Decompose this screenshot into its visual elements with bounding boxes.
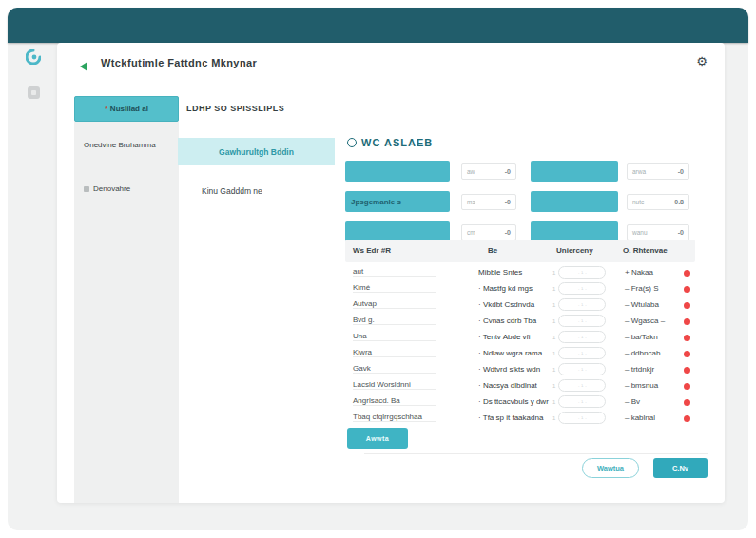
stepper-field[interactable]: ms -0 <box>461 194 516 210</box>
table-row: Una· Tentv Abde vfi1– ba/Takn <box>345 329 695 345</box>
qty-cell: 1 <box>552 379 606 392</box>
cancel-button[interactable]: Wawtua <box>582 458 639 478</box>
sidebar-item[interactable]: Onedvine Bruhamma <box>84 141 156 149</box>
qty-cell: 1 <box>552 315 606 327</box>
save-button[interactable]: C.Nv <box>653 458 708 478</box>
row-name: aut <box>353 267 436 277</box>
back-arrow-icon[interactable] <box>80 62 87 71</box>
row-unit: – Wgasca – <box>625 317 665 325</box>
qty-input[interactable] <box>558 412 606 424</box>
table-row: Kiwra· Ndlaw wgra rama1– ddbncab <box>345 345 695 361</box>
stepper-field[interactable]: wanu -0 <box>627 224 689 240</box>
qty-prefix: 1 <box>552 286 555 292</box>
qty-input[interactable] <box>558 379 606 392</box>
delete-icon[interactable] <box>684 367 690 374</box>
apps-grid-icon[interactable] <box>28 86 40 99</box>
qty-input[interactable] <box>558 363 606 375</box>
row-name: Autvap <box>353 299 436 309</box>
stepper-label: arwa <box>632 168 646 175</box>
bullet-square-icon <box>84 186 89 192</box>
table-row: Kimé· Mastfg kd mgs1– Fra(s) S <box>345 280 695 297</box>
section-title: WC ASLAEB <box>347 137 433 148</box>
page-title: Wtckfutimle Fattdnc Mknynar <box>101 57 257 68</box>
row-name: Angrlsacd. Ba <box>353 396 436 406</box>
stepper-value: -0 <box>678 229 684 236</box>
table-row: Lacsld Worsldnni· Nacsya dlbdlnat1– bmsn… <box>345 377 695 394</box>
table-row: Gavk· Wdtvrd s'kts wdn1– trtdnkjr <box>345 361 695 377</box>
column-header: Unierceny <box>556 246 593 255</box>
qty-prefix: 1 <box>552 270 555 276</box>
teal-field-text: Jpsgemanle s <box>351 198 401 206</box>
app-logo-icon[interactable] <box>26 49 41 65</box>
sidebar-item-label: Onedvine Bruhamma <box>84 141 156 149</box>
delete-icon[interactable] <box>684 318 690 325</box>
delete-icon[interactable] <box>684 383 690 390</box>
table-body: autMibble Snfes1+ NakaaKimé· Mastfg kd m… <box>345 264 695 426</box>
stepper-field[interactable]: nutc 0.8 <box>627 194 689 210</box>
sidebar-item-active[interactable]: * Nuslilad al <box>74 96 179 122</box>
qty-prefix: 1 <box>552 367 555 373</box>
row-description: · Wdtvrd s'kts wdn <box>478 365 540 374</box>
column-header: Ws Edr #R <box>353 246 391 255</box>
delete-icon[interactable] <box>684 351 690 357</box>
stepper-value: 0.8 <box>674 199 684 205</box>
column-header: O. Rhtenvae <box>623 246 668 255</box>
add-button[interactable]: Awwta <box>347 428 408 449</box>
row-name: Una <box>353 332 436 341</box>
row-name: Gavk <box>353 364 436 374</box>
row-description: Mibble Snfes <box>478 268 522 277</box>
subnav-item[interactable]: Kinu Gadddm ne <box>202 186 262 196</box>
main-card: Wtckfutimle Fattdnc Mknynar ⚙ * Nuslilad… <box>57 43 725 503</box>
delete-icon[interactable] <box>684 286 690 293</box>
sidebar: * Nuslilad al Onedvine Bruhamma Denovahr… <box>74 96 179 503</box>
teal-field[interactable]: Jpsgemanle s <box>345 191 450 212</box>
row-description: · Tentv Abde vfi <box>478 333 531 341</box>
qty-cell: 1 <box>552 395 606 408</box>
teal-field[interactable] <box>345 161 450 182</box>
section-title-label: WC ASLAEB <box>361 137 433 148</box>
row-unit: – Fra(s) S <box>625 284 659 293</box>
table-row: Bvd g.· Cvnas cdrb Tba1– Wgasca – <box>345 313 695 329</box>
qty-input[interactable] <box>558 266 606 279</box>
qty-input[interactable] <box>558 298 606 311</box>
delete-icon[interactable] <box>684 335 690 341</box>
qty-input[interactable] <box>558 347 606 359</box>
table-row: autMibble Snfes1+ Nakaa <box>345 264 695 280</box>
row-description: · Mastfg kd mgs <box>478 284 533 293</box>
sidebar-item[interactable]: Denovahre <box>84 184 130 193</box>
qty-input[interactable] <box>558 315 606 327</box>
qty-input[interactable] <box>558 395 606 408</box>
stepper-label: wanu <box>632 229 648 236</box>
apps-grid-inner <box>31 90 36 95</box>
teal-field[interactable] <box>531 191 618 212</box>
section-circle-icon <box>347 138 357 147</box>
stepper-field[interactable]: arwa -0 <box>627 163 689 180</box>
required-asterisk: * <box>105 106 107 112</box>
row-name: Kimé <box>353 283 436 293</box>
row-name: Lacsld Worsldnni <box>353 380 436 390</box>
table-header: Ws Edr #R Be Unierceny O. Rhtenvae <box>345 240 695 262</box>
delete-icon[interactable] <box>684 415 690 422</box>
qty-input[interactable] <box>558 331 606 343</box>
delete-icon[interactable] <box>684 302 690 309</box>
qty-prefix: 1 <box>552 351 555 356</box>
stepper-label: nutc <box>632 199 644 205</box>
stepper-field[interactable]: cm -0 <box>461 224 516 240</box>
qty-cell: 1 <box>552 412 606 424</box>
delete-icon[interactable] <box>684 399 690 406</box>
teal-field[interactable] <box>531 161 618 182</box>
qty-prefix: 1 <box>552 383 555 389</box>
qty-prefix: 1 <box>552 302 555 308</box>
delete-icon[interactable] <box>684 270 690 277</box>
qty-cell: 1 <box>552 266 606 279</box>
qty-cell: 1 <box>552 347 606 359</box>
qty-input[interactable] <box>558 282 606 295</box>
stepper-label: aw <box>467 168 475 175</box>
form-area: WC ASLAEB aw -0 arwa -0 Jpsgemanle s ms <box>345 43 708 503</box>
row-unit: + Nakaa <box>625 268 653 277</box>
subnav-item-active[interactable]: Gawhurultgh Bddin <box>178 138 335 165</box>
top-bar <box>8 8 748 43</box>
subnav-item-label: Kinu Gadddm ne <box>202 186 262 196</box>
subnav-heading: LDHP SO SPISSLIPLS <box>186 104 284 113</box>
stepper-field[interactable]: aw -0 <box>461 163 516 180</box>
